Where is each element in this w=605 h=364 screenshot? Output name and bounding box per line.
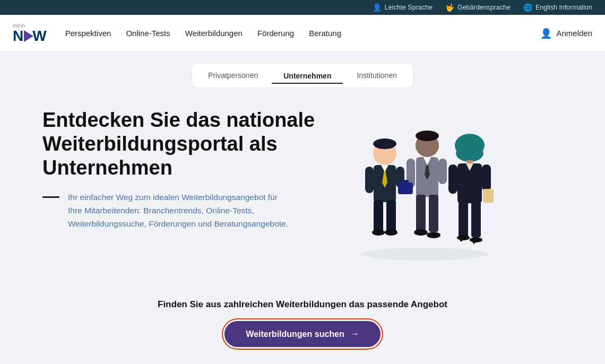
arrow-icon: →	[350, 328, 359, 340]
leichte-sprache-link[interactable]: 👤 Leichte Sprache	[373, 3, 433, 12]
nav-foerderung[interactable]: Förderung	[257, 29, 294, 38]
globe-icon: 🌐	[523, 3, 532, 12]
login-label: Anmelden	[556, 29, 592, 38]
svg-rect-34	[459, 201, 468, 237]
logo-now: N W	[13, 29, 46, 44]
hand-icon: 🤟	[445, 3, 454, 12]
leichte-sprache-label: Leichte Sprache	[385, 4, 433, 11]
nav-weiterbildungen[interactable]: Weiterbildungen	[185, 29, 243, 38]
svg-rect-19	[402, 180, 409, 184]
person-icon: 👤	[373, 3, 382, 12]
tab-privatpersonen[interactable]: Privatpersonen	[196, 67, 270, 84]
cta-section: Finden Sie aus zahlreichen Weiterbildung…	[0, 289, 605, 364]
people-svg	[334, 103, 515, 262]
svg-point-38	[470, 237, 482, 242]
svg-point-24	[427, 232, 440, 238]
svg-rect-8	[374, 200, 383, 232]
gebaerdensprache-link[interactable]: 🤟 Gebärdensprache	[445, 3, 511, 12]
svg-point-10	[372, 229, 385, 236]
nav-online-tests[interactable]: Online-Tests	[126, 29, 170, 38]
svg-rect-32	[482, 164, 491, 191]
nav-perspektiven[interactable]: Perspektiven	[65, 29, 111, 38]
user-icon: 👤	[540, 28, 552, 39]
nav-beratung[interactable]: Beratung	[309, 29, 341, 38]
main-nav: Perspektiven Online-Tests Weiterbildunge…	[65, 29, 541, 38]
svg-point-36	[457, 235, 470, 240]
top-bar: 👤 Leichte Sprache 🤟 Gebärdensprache 🌐 En…	[0, 0, 605, 15]
svg-rect-18	[398, 183, 413, 194]
svg-rect-22	[429, 195, 438, 232]
hero-divider	[42, 196, 59, 198]
cta-button-wrapper: Weiterbildungen suchen →	[222, 318, 383, 350]
gebaerdensprache-label: Gebärdensprache	[457, 4, 511, 11]
svg-rect-37	[460, 235, 462, 241]
cta-button-label: Weiterbildungen suchen	[246, 330, 344, 339]
logo[interactable]: mein N W	[13, 23, 46, 44]
svg-rect-35	[471, 201, 481, 237]
svg-point-2	[373, 138, 396, 149]
english-information-link[interactable]: 🌐 English Information	[523, 3, 592, 12]
tab-container: Privatpersonen Unternehmen Institutionen	[192, 64, 413, 87]
login-button[interactable]: 👤 Anmelden	[540, 28, 592, 39]
svg-rect-39	[473, 237, 475, 244]
svg-rect-6	[365, 167, 374, 193]
svg-rect-33	[483, 189, 494, 203]
weiterbildungen-suchen-button[interactable]: Weiterbildungen suchen →	[224, 321, 381, 347]
hero-subtitle: Ihr einfacher Weg zum idealen Weiterbild…	[68, 191, 291, 230]
svg-point-27	[456, 145, 483, 162]
svg-rect-20	[438, 159, 447, 184]
cta-title: Finden Sie aus zahlreichen Weiterbildung…	[158, 299, 447, 310]
hero-section: Entdecken Sie das nationale Weiterbildun…	[0, 87, 605, 289]
svg-rect-21	[416, 195, 426, 232]
hero-illustration	[334, 103, 515, 262]
svg-rect-31	[448, 164, 457, 194]
hero-content: Entdecken Sie das nationale Weiterbildun…	[42, 108, 334, 231]
english-information-label: English Information	[535, 4, 592, 11]
tab-unternehmen[interactable]: Unternehmen	[272, 67, 343, 84]
hero-subtitle-row: Ihr einfacher Weg zum idealen Weiterbild…	[42, 191, 334, 230]
header: mein N W Perspektiven Online-Tests Weite…	[0, 15, 605, 52]
tab-section: Privatpersonen Unternehmen Institutionen	[0, 52, 605, 87]
hero-title: Entdecken Sie das nationale Weiterbildun…	[42, 108, 334, 179]
svg-point-23	[414, 229, 428, 236]
svg-point-0	[361, 248, 488, 261]
tab-institutionen[interactable]: Institutionen	[345, 67, 409, 84]
svg-point-13	[416, 131, 439, 141]
svg-rect-9	[386, 200, 396, 232]
svg-point-11	[385, 229, 397, 236]
